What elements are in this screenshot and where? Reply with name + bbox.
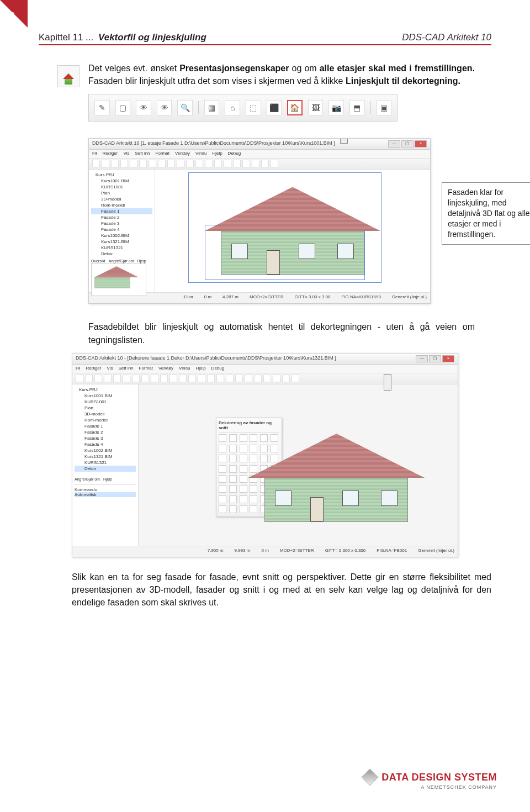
drawing-canvas: Dekorering av fasader og snitt bbox=[139, 384, 458, 546]
toolbar-icon: 📷 bbox=[328, 100, 344, 115]
toolbar-strip: ✎ ▢ 👁 👁 🔍 ▦ ⌂ ⬚ ⬛ 🏠 🖼 📷 ⬒ ▣ bbox=[88, 94, 398, 122]
window-controls: — ▢ × bbox=[388, 140, 427, 147]
screenshot2: DDS-CAD Arkitekt 10 - [Dekorere fasade 1… bbox=[72, 353, 458, 557]
side-list: Kommando Automatisk bbox=[75, 484, 136, 497]
house-drawing bbox=[248, 434, 425, 522]
toolbar-icon: ▢ bbox=[115, 100, 131, 115]
header-chapter: Kapittel 11 ... bbox=[39, 32, 93, 43]
toolbar-icon: ⬛ bbox=[267, 100, 282, 115]
maximize-icon: ▢ bbox=[401, 140, 414, 147]
window-titlebar: DDS-CAD Arkitekt 10 - [Dekorere fasade 1… bbox=[72, 354, 458, 365]
house-glyph bbox=[63, 73, 74, 79]
toolbar-icon: 🖼 bbox=[308, 100, 324, 115]
toolbar-icon: ▦ bbox=[204, 100, 220, 115]
close-icon: × bbox=[442, 355, 454, 362]
menubar: Fil Rediger Vis Sett inn Format Verktøy … bbox=[89, 150, 430, 159]
project-tree: Kurs.PRJ Kurs1001.BIM KURS1001 Plan 3D-m… bbox=[72, 384, 139, 546]
side-tabs: Angre/Gjør om Hjelp bbox=[75, 477, 136, 481]
menubar: Fil Rediger Vis Sett inn Format Verktøy … bbox=[72, 365, 458, 373]
page-number-badge: 8 bbox=[0, 0, 28, 28]
page-header: Kapittel 11 ... Vektorfil og linjeskjuli… bbox=[39, 32, 491, 45]
window-controls: — ▢ × bbox=[416, 355, 454, 362]
app-toolbar bbox=[89, 159, 430, 170]
callout-text: Fasaden klar for linjeskjuling, med deta… bbox=[442, 182, 530, 244]
preview-thumbnail bbox=[91, 263, 146, 296]
logo-icon bbox=[361, 768, 378, 785]
brand-sub: A NEMETSCHEK COMPANY bbox=[364, 784, 497, 790]
window-title: DDS-CAD Arkitekt 10 [1. etasje Fasade 1 … bbox=[92, 140, 335, 147]
header-title: Vektorfil og linjeskjuling bbox=[98, 32, 206, 43]
screenshot1: DDS-CAD Arkitekt 10 [1. etasje Fasade 1 … bbox=[88, 138, 431, 304]
paragraph-1: Det velges evt. ønsket Presentasjonsegen… bbox=[88, 62, 475, 87]
toolbar-icon: ⌂ bbox=[225, 100, 240, 115]
header-right: DDS-CAD Arkitekt 10 bbox=[402, 32, 491, 43]
window-titlebar: DDS-CAD Arkitekt 10 [1. etasje Fasade 1 … bbox=[89, 139, 430, 150]
statusbar: 7.955 m 9.993 m 0 m MOD+2=GITTER GITT= 0… bbox=[72, 546, 458, 557]
paragraph-2: Fasadebildet blir linjeskjult og automat… bbox=[88, 320, 475, 346]
content-area: Det velges evt. ønsket Presentasjonsegen… bbox=[88, 62, 475, 609]
side-tabs: Oversikt Angre/Gjør om Hjelp bbox=[91, 259, 152, 263]
screenshot-body: Kurs.PRJ Kurs1001.BIM KURS1001 Plan 3D-m… bbox=[89, 170, 430, 292]
project-tree: Kurs.PRJ Kurs1001.BIM KURS1001 Plan 3D-m… bbox=[89, 170, 155, 292]
toolbar-icon: 🔍 bbox=[177, 100, 193, 115]
toolbar-icon: ✎ bbox=[94, 100, 110, 115]
screenshot-body: Kurs.PRJ Kurs1001.BIM KURS1001 Plan 3D-m… bbox=[72, 384, 458, 546]
close-icon: × bbox=[415, 140, 427, 147]
maximize-icon: ▢ bbox=[429, 355, 441, 362]
brand-name: DATA DESIGN SYSTEM bbox=[381, 772, 497, 783]
minimize-icon: — bbox=[388, 140, 400, 147]
footer-logo: DATA DESIGN SYSTEM A NEMETSCHEK COMPANY bbox=[364, 771, 497, 790]
toolbar-icon-selected: 🏠 bbox=[287, 100, 303, 115]
drawing-canvas bbox=[155, 170, 430, 292]
toolbar-icon: 👁 bbox=[136, 100, 151, 115]
house-drawing bbox=[204, 187, 381, 275]
toolbar-icon: ⬚ bbox=[246, 100, 261, 115]
toolbar-icon: ▣ bbox=[377, 100, 392, 115]
inline-house-icon bbox=[57, 65, 80, 87]
toolbar-icon: 👁 bbox=[157, 100, 172, 115]
page-number: 8 bbox=[10, 10, 14, 19]
header-left: Kapittel 11 ... Vektorfil og linjeskjuli… bbox=[39, 32, 206, 43]
minimize-icon: — bbox=[416, 355, 428, 362]
window-title: DDS-CAD Arkitekt 10 - [Dekorere fasade 1… bbox=[76, 355, 336, 362]
paragraph-3: Slik kan en ta for seg fasade for fasade… bbox=[72, 571, 491, 609]
screenshot1-wrap: DDS-CAD Arkitekt 10 [1. etasje Fasade 1 … bbox=[88, 138, 475, 304]
app-toolbar bbox=[72, 373, 458, 384]
toolbar-icon: ⬒ bbox=[349, 100, 365, 115]
